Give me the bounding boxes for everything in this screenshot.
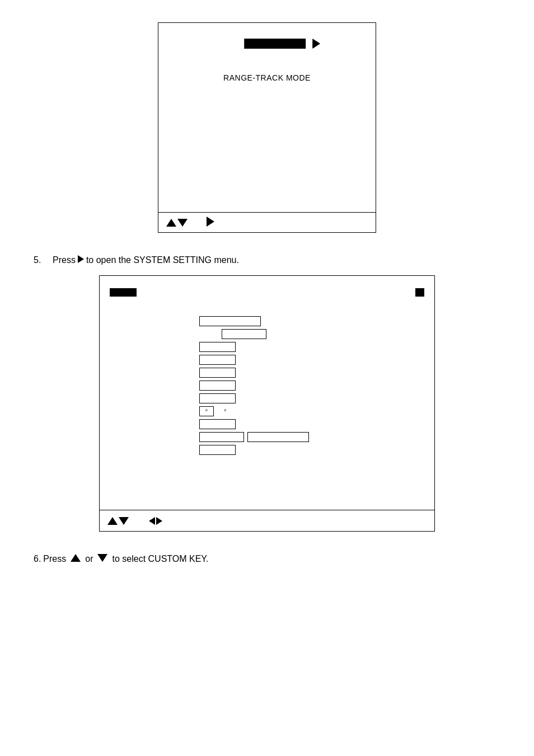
menu-row-1 (222, 329, 309, 339)
menu-row-0 (199, 316, 309, 326)
up-arrow-icon-1 (166, 219, 176, 227)
diagram-1: RANGE-TRACK MODE (158, 22, 376, 233)
diagram-2: ° ° (99, 275, 435, 532)
down-arrow-icon-1 (177, 219, 188, 227)
menu-items-area: ° ° (199, 316, 309, 455)
step-6-down-arrow-icon (97, 554, 107, 562)
nav-bar-2 (99, 510, 435, 532)
nav-up-down-2 (107, 517, 129, 525)
menu-row-5 (199, 381, 309, 391)
menu-item-mid-1 (222, 329, 266, 339)
menu-row-3 (199, 355, 309, 365)
step-6-number: 6. (34, 554, 41, 564)
menu-row-6 (199, 393, 309, 403)
degree-text-2: ° (224, 408, 226, 415)
right-arrow-icon-nav-1 (207, 217, 214, 227)
step-5-number: 5. (34, 255, 47, 265)
down-arrow-icon-2 (119, 517, 129, 525)
nav-lr-2 (149, 517, 162, 525)
menu-item-short-3 (199, 355, 236, 365)
menu-row-7 (199, 419, 309, 429)
step-5-instruction: 5. Press to open the SYSTEM SETTING menu… (34, 255, 500, 265)
inner-panel-2: ° ° (110, 288, 424, 504)
menu-row-4 (199, 368, 309, 378)
menu-item-short-4 (199, 368, 236, 378)
menu-item-short-5 (199, 381, 236, 391)
step-6-text: to select CUSTOM KEY. (112, 554, 208, 564)
nav-right-1 (207, 217, 214, 229)
menu-item-short-9 (199, 445, 236, 455)
top-row-2 (110, 288, 424, 297)
nav-up-down-1 (166, 219, 188, 227)
degree-row: ° ° (199, 406, 309, 416)
menu-item-short-2 (199, 342, 236, 352)
menu-item-mid-8 (199, 432, 244, 442)
degree-circle-1: ° (199, 406, 214, 416)
small-black-sq-2 (415, 288, 424, 297)
menu-item-wide-0 (199, 316, 261, 326)
step-6-instruction: 6. Press or to select CUSTOM KEY. (34, 554, 500, 564)
small-black-bar-2 (110, 288, 137, 297)
menu-row-9 (199, 445, 309, 455)
step-5-text: to open the SYSTEM SETTING menu. (86, 255, 239, 265)
step-5-arrow-icon (78, 255, 84, 263)
menu-item-short-7 (199, 419, 236, 429)
range-track-label: RANGE-TRACK MODE (223, 73, 311, 82)
degree-text-1: ° (205, 408, 208, 415)
step-6-press: Press (43, 554, 66, 564)
right-arrow-icon-2 (156, 517, 162, 525)
black-bar-1 (244, 39, 306, 49)
step-5-press: Press (53, 255, 76, 265)
right-arrow-icon-1 (312, 39, 320, 49)
menu-row-2 (199, 342, 309, 352)
left-arrow-icon-2 (149, 517, 155, 525)
menu-item-footer-8 (247, 432, 309, 442)
screen-box-1: RANGE-TRACK MODE (158, 22, 376, 213)
step-6-or: or (85, 554, 93, 564)
up-arrow-icon-2 (107, 517, 118, 525)
nav-bar-1 (158, 213, 376, 233)
step-6-up-arrow-icon (71, 554, 81, 562)
bar-row-1 (244, 39, 320, 49)
menu-row-8 (199, 432, 309, 442)
menu-item-short-6 (199, 393, 236, 403)
screen-box-2: ° ° (99, 275, 435, 510)
